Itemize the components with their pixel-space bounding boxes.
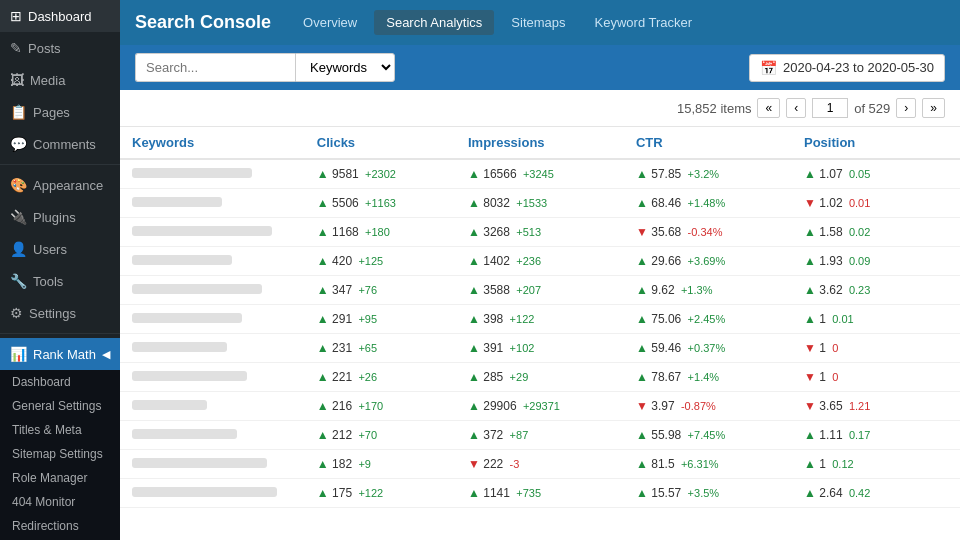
last-page-button[interactable]: » — [922, 98, 945, 118]
ctr-cell: ▲ 75.06 +2.45% — [624, 305, 792, 334]
page-title: Search Console — [135, 12, 271, 33]
impressions-arrow: ▲ — [468, 167, 480, 181]
prev-page-button[interactable]: ‹ — [786, 98, 806, 118]
date-range: 2020-04-23 to 2020-05-30 — [783, 60, 934, 75]
position-arrow: ▲ — [804, 312, 816, 326]
clicks-change: +95 — [358, 313, 377, 325]
ctr-change: +1.48% — [688, 197, 726, 209]
impressions-cell: ▲ 391 +102 — [456, 334, 624, 363]
tools-icon: 🔧 — [10, 273, 27, 289]
ctr-arrow: ▼ — [636, 399, 648, 413]
sidebar-item-users[interactable]: 👤 Users — [0, 233, 120, 265]
ctr-change: +0.37% — [688, 342, 726, 354]
keyword-cell — [120, 363, 305, 392]
ctr-value: 29.66 — [651, 254, 681, 268]
users-icon: 👤 — [10, 241, 27, 257]
position-arrow: ▲ — [804, 254, 816, 268]
impressions-cell: ▲ 8032 +1533 — [456, 189, 624, 218]
search-input[interactable] — [135, 53, 295, 82]
impressions-cell: ▲ 3588 +207 — [456, 276, 624, 305]
impressions-arrow: ▲ — [468, 428, 480, 442]
sidebar-sub-rm-dashboard[interactable]: Dashboard — [0, 370, 120, 394]
position-change: 0.17 — [849, 429, 870, 441]
ctr-cell: ▲ 81.5 +6.31% — [624, 450, 792, 479]
col-header-ctr[interactable]: CTR — [624, 127, 792, 159]
search-bar: Keywords Pages Devices Countries 📅 2020-… — [120, 45, 960, 90]
clicks-change: +122 — [358, 487, 383, 499]
sidebar-sub-rm-404[interactable]: 404 Monitor — [0, 490, 120, 514]
sidebar-item-media[interactable]: 🖼 Media — [0, 64, 120, 96]
impressions-value: 1141 — [483, 486, 510, 500]
nav-sitemaps[interactable]: Sitemaps — [499, 10, 577, 35]
col-header-keywords[interactable]: Keywords — [120, 127, 305, 159]
ctr-arrow: ▲ — [636, 370, 648, 384]
clicks-arrow: ▲ — [317, 370, 329, 384]
sidebar-sub-rm-titles[interactable]: Titles & Meta — [0, 418, 120, 442]
position-change: 0 — [832, 342, 838, 354]
impressions-cell: ▲ 285 +29 — [456, 363, 624, 392]
ctr-arrow: ▲ — [636, 167, 648, 181]
nav-search-analytics[interactable]: Search Analytics — [374, 10, 494, 35]
sidebar-item-posts[interactable]: ✎ Posts — [0, 32, 120, 64]
impressions-value: 222 — [483, 457, 503, 471]
search-dropdown[interactable]: Keywords Pages Devices Countries — [295, 53, 395, 82]
impressions-value: 29906 — [483, 399, 516, 413]
content-area: 15,852 items « ‹ of 529 › » Keywords Cli… — [120, 90, 960, 540]
ctr-cell: ▼ 3.97 -0.87% — [624, 392, 792, 421]
position-change: 0.12 — [832, 458, 853, 470]
sidebar-item-dashboard[interactable]: ⊞ Dashboard — [0, 0, 120, 32]
impressions-arrow: ▲ — [468, 196, 480, 210]
first-page-button[interactable]: « — [757, 98, 780, 118]
page-number-input[interactable] — [812, 98, 848, 118]
sidebar-sub-rm-role[interactable]: Role Manager — [0, 466, 120, 490]
sidebar-item-pages[interactable]: 📋 Pages — [0, 96, 120, 128]
table-row: ▲ 212 +70▲ 372 +87▲ 55.98 +7.45%▲ 1.11 0… — [120, 421, 960, 450]
position-value: 1 — [819, 457, 826, 471]
sidebar-label-rank-math: Rank Math — [33, 347, 96, 362]
clicks-change: +125 — [358, 255, 383, 267]
position-value: 2.64 — [819, 486, 842, 500]
items-count: 15,852 items — [677, 101, 751, 116]
sidebar-sub-rm-sitemap[interactable]: Sitemap Settings — [0, 442, 120, 466]
keyword-cell — [120, 421, 305, 450]
clicks-cell: ▲ 347 +76 — [305, 276, 456, 305]
clicks-change: +76 — [358, 284, 377, 296]
calendar-icon: 📅 — [760, 60, 777, 76]
sidebar-item-comments[interactable]: 💬 Comments — [0, 128, 120, 160]
nav-overview[interactable]: Overview — [291, 10, 369, 35]
col-header-clicks[interactable]: Clicks — [305, 127, 456, 159]
clicks-arrow: ▲ — [317, 399, 329, 413]
position-change: 0.09 — [849, 255, 870, 267]
keyword-cell — [120, 276, 305, 305]
clicks-cell: ▲ 5506 +1163 — [305, 189, 456, 218]
ctr-change: +3.2% — [688, 168, 720, 180]
table-row: ▲ 9581 +2302▲ 16566 +3245▲ 57.85 +3.2%▲ … — [120, 159, 960, 189]
sidebar-label-users: Users — [33, 242, 67, 257]
sidebar-item-settings[interactable]: ⚙ Settings — [0, 297, 120, 329]
dashboard-icon: ⊞ — [10, 8, 22, 24]
impressions-cell: ▲ 1141 +735 — [456, 479, 624, 508]
table-header-row: Keywords Clicks Impressions CTR Position — [120, 127, 960, 159]
keyword-cell — [120, 247, 305, 276]
sidebar-item-appearance[interactable]: 🎨 Appearance — [0, 169, 120, 201]
nav-keyword-tracker[interactable]: Keyword Tracker — [583, 10, 705, 35]
impressions-value: 372 — [483, 428, 503, 442]
position-value: 3.62 — [819, 283, 842, 297]
col-header-position[interactable]: Position — [792, 127, 960, 159]
data-table: Keywords Clicks Impressions CTR Position… — [120, 127, 960, 508]
next-page-button[interactable]: › — [896, 98, 916, 118]
ctr-change: +1.4% — [688, 371, 720, 383]
sidebar-sub-rm-general[interactable]: General Settings — [0, 394, 120, 418]
position-value: 1.58 — [819, 225, 842, 239]
position-value: 1.02 — [819, 196, 842, 210]
sidebar-item-rank-math[interactable]: 📊 Rank Math ◀ — [0, 338, 120, 370]
date-picker[interactable]: 📅 2020-04-23 to 2020-05-30 — [749, 54, 945, 82]
sidebar-item-plugins[interactable]: 🔌 Plugins — [0, 201, 120, 233]
keyword-cell — [120, 305, 305, 334]
sidebar-item-tools[interactable]: 🔧 Tools — [0, 265, 120, 297]
position-value: 3.65 — [819, 399, 842, 413]
col-header-impressions[interactable]: Impressions — [456, 127, 624, 159]
sidebar-sub-rm-redirections[interactable]: Redirections — [0, 514, 120, 538]
table-body: ▲ 9581 +2302▲ 16566 +3245▲ 57.85 +3.2%▲ … — [120, 159, 960, 508]
impressions-cell: ▼ 222 -3 — [456, 450, 624, 479]
